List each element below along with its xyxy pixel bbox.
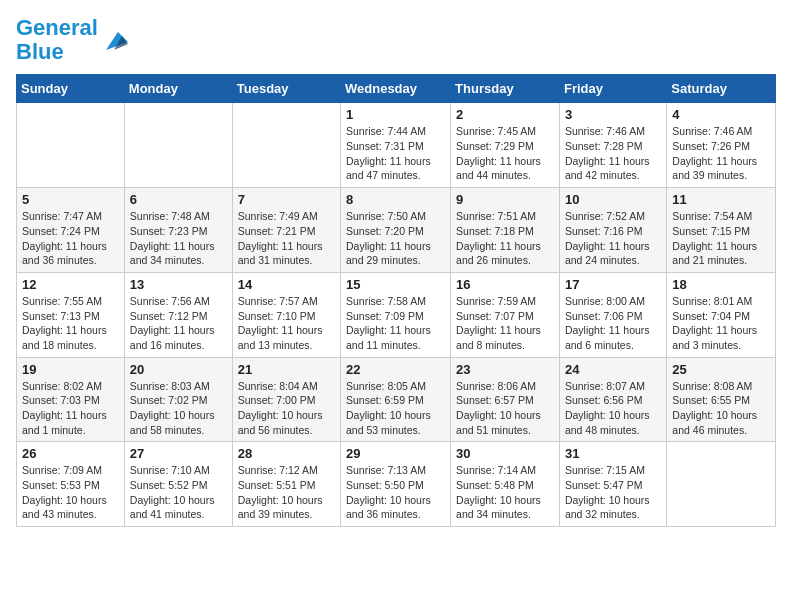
day-number: 31 [565, 446, 661, 461]
weekday-header-thursday: Thursday [451, 75, 560, 103]
day-info: Sunrise: 8:04 AM Sunset: 7:00 PM Dayligh… [238, 379, 335, 438]
day-info: Sunrise: 7:46 AM Sunset: 7:28 PM Dayligh… [565, 124, 661, 183]
day-info: Sunrise: 7:14 AM Sunset: 5:48 PM Dayligh… [456, 463, 554, 522]
day-cell: 4Sunrise: 7:46 AM Sunset: 7:26 PM Daylig… [667, 103, 776, 188]
day-info: Sunrise: 7:47 AM Sunset: 7:24 PM Dayligh… [22, 209, 119, 268]
day-number: 7 [238, 192, 335, 207]
weekday-header-tuesday: Tuesday [232, 75, 340, 103]
logo-icon [100, 28, 130, 52]
day-cell: 19Sunrise: 8:02 AM Sunset: 7:03 PM Dayli… [17, 357, 125, 442]
day-info: Sunrise: 8:07 AM Sunset: 6:56 PM Dayligh… [565, 379, 661, 438]
day-number: 10 [565, 192, 661, 207]
calendar-container: GeneralBlue SundayMondayTuesdayWednesday… [0, 0, 792, 537]
day-info: Sunrise: 7:54 AM Sunset: 7:15 PM Dayligh… [672, 209, 770, 268]
day-number: 22 [346, 362, 445, 377]
day-cell: 17Sunrise: 8:00 AM Sunset: 7:06 PM Dayli… [559, 272, 666, 357]
day-number: 1 [346, 107, 445, 122]
day-number: 9 [456, 192, 554, 207]
day-cell: 21Sunrise: 8:04 AM Sunset: 7:00 PM Dayli… [232, 357, 340, 442]
day-number: 6 [130, 192, 227, 207]
day-cell: 24Sunrise: 8:07 AM Sunset: 6:56 PM Dayli… [559, 357, 666, 442]
day-info: Sunrise: 7:49 AM Sunset: 7:21 PM Dayligh… [238, 209, 335, 268]
day-number: 5 [22, 192, 119, 207]
day-info: Sunrise: 7:58 AM Sunset: 7:09 PM Dayligh… [346, 294, 445, 353]
day-cell: 29Sunrise: 7:13 AM Sunset: 5:50 PM Dayli… [341, 442, 451, 527]
day-info: Sunrise: 8:01 AM Sunset: 7:04 PM Dayligh… [672, 294, 770, 353]
day-cell: 18Sunrise: 8:01 AM Sunset: 7:04 PM Dayli… [667, 272, 776, 357]
day-cell: 3Sunrise: 7:46 AM Sunset: 7:28 PM Daylig… [559, 103, 666, 188]
day-cell [232, 103, 340, 188]
day-number: 30 [456, 446, 554, 461]
weekday-header-saturday: Saturday [667, 75, 776, 103]
day-cell [124, 103, 232, 188]
day-cell: 10Sunrise: 7:52 AM Sunset: 7:16 PM Dayli… [559, 188, 666, 273]
week-row-1: 1Sunrise: 7:44 AM Sunset: 7:31 PM Daylig… [17, 103, 776, 188]
week-row-5: 26Sunrise: 7:09 AM Sunset: 5:53 PM Dayli… [17, 442, 776, 527]
day-number: 28 [238, 446, 335, 461]
day-info: Sunrise: 7:56 AM Sunset: 7:12 PM Dayligh… [130, 294, 227, 353]
day-number: 16 [456, 277, 554, 292]
day-number: 23 [456, 362, 554, 377]
day-number: 20 [130, 362, 227, 377]
day-info: Sunrise: 7:48 AM Sunset: 7:23 PM Dayligh… [130, 209, 227, 268]
day-cell [17, 103, 125, 188]
day-number: 2 [456, 107, 554, 122]
day-info: Sunrise: 8:02 AM Sunset: 7:03 PM Dayligh… [22, 379, 119, 438]
day-info: Sunrise: 7:10 AM Sunset: 5:52 PM Dayligh… [130, 463, 227, 522]
day-number: 11 [672, 192, 770, 207]
day-info: Sunrise: 7:45 AM Sunset: 7:29 PM Dayligh… [456, 124, 554, 183]
day-cell: 27Sunrise: 7:10 AM Sunset: 5:52 PM Dayli… [124, 442, 232, 527]
day-cell: 5Sunrise: 7:47 AM Sunset: 7:24 PM Daylig… [17, 188, 125, 273]
day-number: 8 [346, 192, 445, 207]
day-info: Sunrise: 8:08 AM Sunset: 6:55 PM Dayligh… [672, 379, 770, 438]
logo: GeneralBlue [16, 16, 130, 64]
day-cell: 13Sunrise: 7:56 AM Sunset: 7:12 PM Dayli… [124, 272, 232, 357]
weekday-header-wednesday: Wednesday [341, 75, 451, 103]
day-number: 3 [565, 107, 661, 122]
day-info: Sunrise: 7:44 AM Sunset: 7:31 PM Dayligh… [346, 124, 445, 183]
day-info: Sunrise: 7:52 AM Sunset: 7:16 PM Dayligh… [565, 209, 661, 268]
calendar-table: SundayMondayTuesdayWednesdayThursdayFrid… [16, 74, 776, 527]
weekday-header-friday: Friday [559, 75, 666, 103]
day-number: 14 [238, 277, 335, 292]
week-row-2: 5Sunrise: 7:47 AM Sunset: 7:24 PM Daylig… [17, 188, 776, 273]
day-cell: 12Sunrise: 7:55 AM Sunset: 7:13 PM Dayli… [17, 272, 125, 357]
weekday-header-sunday: Sunday [17, 75, 125, 103]
day-cell: 1Sunrise: 7:44 AM Sunset: 7:31 PM Daylig… [341, 103, 451, 188]
day-cell: 6Sunrise: 7:48 AM Sunset: 7:23 PM Daylig… [124, 188, 232, 273]
day-info: Sunrise: 7:13 AM Sunset: 5:50 PM Dayligh… [346, 463, 445, 522]
day-number: 24 [565, 362, 661, 377]
day-cell: 11Sunrise: 7:54 AM Sunset: 7:15 PM Dayli… [667, 188, 776, 273]
day-cell: 15Sunrise: 7:58 AM Sunset: 7:09 PM Dayli… [341, 272, 451, 357]
day-cell [667, 442, 776, 527]
logo-text: GeneralBlue [16, 16, 98, 64]
day-number: 19 [22, 362, 119, 377]
day-info: Sunrise: 7:09 AM Sunset: 5:53 PM Dayligh… [22, 463, 119, 522]
day-info: Sunrise: 7:15 AM Sunset: 5:47 PM Dayligh… [565, 463, 661, 522]
day-info: Sunrise: 8:05 AM Sunset: 6:59 PM Dayligh… [346, 379, 445, 438]
day-cell: 30Sunrise: 7:14 AM Sunset: 5:48 PM Dayli… [451, 442, 560, 527]
day-number: 15 [346, 277, 445, 292]
day-cell: 20Sunrise: 8:03 AM Sunset: 7:02 PM Dayli… [124, 357, 232, 442]
day-number: 4 [672, 107, 770, 122]
week-row-4: 19Sunrise: 8:02 AM Sunset: 7:03 PM Dayli… [17, 357, 776, 442]
day-info: Sunrise: 7:51 AM Sunset: 7:18 PM Dayligh… [456, 209, 554, 268]
day-number: 13 [130, 277, 227, 292]
day-cell: 2Sunrise: 7:45 AM Sunset: 7:29 PM Daylig… [451, 103, 560, 188]
day-cell: 28Sunrise: 7:12 AM Sunset: 5:51 PM Dayli… [232, 442, 340, 527]
weekday-header-monday: Monday [124, 75, 232, 103]
week-row-3: 12Sunrise: 7:55 AM Sunset: 7:13 PM Dayli… [17, 272, 776, 357]
day-info: Sunrise: 8:06 AM Sunset: 6:57 PM Dayligh… [456, 379, 554, 438]
day-cell: 14Sunrise: 7:57 AM Sunset: 7:10 PM Dayli… [232, 272, 340, 357]
day-info: Sunrise: 7:57 AM Sunset: 7:10 PM Dayligh… [238, 294, 335, 353]
day-info: Sunrise: 7:59 AM Sunset: 7:07 PM Dayligh… [456, 294, 554, 353]
day-number: 17 [565, 277, 661, 292]
day-info: Sunrise: 7:12 AM Sunset: 5:51 PM Dayligh… [238, 463, 335, 522]
day-number: 27 [130, 446, 227, 461]
day-cell: 22Sunrise: 8:05 AM Sunset: 6:59 PM Dayli… [341, 357, 451, 442]
day-cell: 23Sunrise: 8:06 AM Sunset: 6:57 PM Dayli… [451, 357, 560, 442]
header: GeneralBlue [16, 16, 776, 64]
day-number: 26 [22, 446, 119, 461]
day-cell: 26Sunrise: 7:09 AM Sunset: 5:53 PM Dayli… [17, 442, 125, 527]
day-info: Sunrise: 8:00 AM Sunset: 7:06 PM Dayligh… [565, 294, 661, 353]
